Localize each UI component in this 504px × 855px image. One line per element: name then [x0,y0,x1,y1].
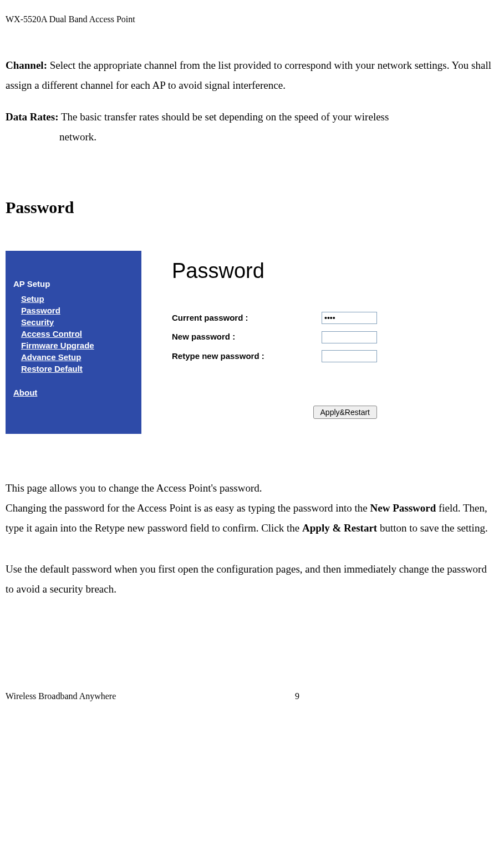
document-header: WX-5520A Dual Band Access Point [6,11,493,28]
content-panel: Password Current password : New password… [172,251,377,422]
body-p2-bold2: Apply & Restart [302,522,377,534]
footer: Wireless Broadband Anywhere 9 [6,688,493,705]
body-paragraph-2: Changing the password for the Access Poi… [6,498,493,538]
button-row: Apply&Restart [172,402,377,422]
data-rates-text-line1: The basic transfer rates should be set d… [59,111,389,123]
sidebar-item-about[interactable]: About [13,387,141,398]
sidebar-item-firmware-upgrade[interactable]: Firmware Upgrade [21,340,141,351]
footer-text: Wireless Broadband Anywhere [6,688,116,705]
password-heading: Password [6,191,493,223]
retype-password-row: Retype new password : [172,348,377,365]
apply-restart-button[interactable]: Apply&Restart [313,406,377,419]
sidebar-item-setup[interactable]: Setup [21,293,141,305]
new-password-label: New password : [172,329,322,345]
current-password-row: Current password : [172,310,377,326]
body-p2-bold1: New Password [370,502,436,514]
content-title: Password [172,251,377,291]
sidebar-item-security[interactable]: Security [21,316,141,328]
sidebar-item-restore-default[interactable]: Restore Default [21,363,141,375]
body-p2-part3: button to save the setting. [377,522,487,534]
channel-text: Select the appropriate channel from the … [6,59,491,91]
sidebar-item-password[interactable]: Password [21,305,141,316]
retype-password-input[interactable] [322,350,377,362]
body-paragraph-1: This page allows you to change the Acces… [6,478,493,498]
sidebar-heading: AP Setup [13,276,141,292]
channel-label: Channel: [6,59,47,71]
body-paragraph-3: Use the default password when you first … [6,559,493,599]
channel-section: Channel: Select the appropriate channel … [6,55,493,95]
current-password-label: Current password : [172,310,322,326]
data-rates-section: Data Rates: The basic transfer rates sho… [6,107,493,147]
sidebar-item-access-control[interactable]: Access Control [21,328,141,340]
footer-page-number: 9 [295,688,299,705]
data-rates-label: Data Rates: [6,111,59,123]
body-p2-part1: Changing the password for the Access Poi… [6,502,370,514]
retype-password-label: Retype new password : [172,348,322,365]
sidebar-item-advance-setup[interactable]: Advance Setup [21,351,141,363]
screenshot-container: AP Setup Setup Password Security Access … [6,251,493,434]
current-password-input[interactable] [322,312,377,324]
new-password-input[interactable] [322,331,377,343]
data-rates-text-line2: network. [59,127,493,147]
new-password-row: New password : [172,329,377,345]
sidebar-panel: AP Setup Setup Password Security Access … [6,251,141,434]
